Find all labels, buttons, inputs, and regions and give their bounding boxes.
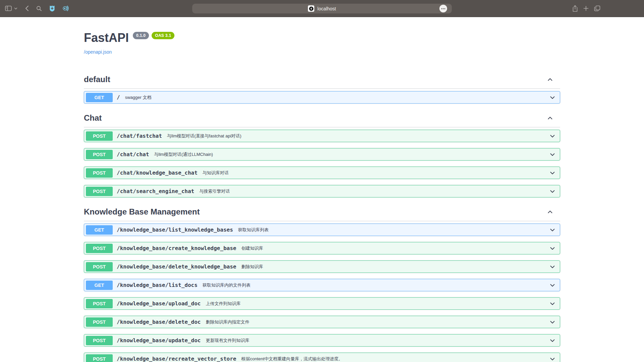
browser-toolbar: localhost [0,0,644,17]
endpoint-description: 与知识库对话 [203,170,229,176]
endpoint-description: 与llm模型对话(直接与fastchat api对话) [167,133,241,139]
endpoint-description: 删除知识库内指定文件 [206,319,249,325]
method-badge: POST [86,187,113,196]
url-text: localhost [317,6,336,11]
method-badge: POST [86,168,113,178]
endpoint-path: /knowledge_base/update_doc [117,337,201,344]
section-title: Knowledge Base Management [84,207,200,217]
share-icon[interactable] [572,5,578,12]
endpoint-row[interactable]: POST /knowledge_base/delete_knowledge_ba… [84,260,560,273]
endpoint-description: swagger 文档 [125,95,152,101]
endpoint-row[interactable]: POST /knowledge_base/update_doc 更新现有文件到知… [84,334,560,347]
endpoint-row[interactable]: POST /knowledge_base/upload_doc 上传文件到知识库 [84,297,560,310]
method-badge: POST [86,150,113,159]
endpoint-path: /knowledge_base/delete_doc [117,319,201,325]
endpoint-expand-chevron-down-icon[interactable] [549,94,556,101]
section-collapse-chevron-up-icon[interactable] [547,208,553,215]
endpoint-row[interactable]: POST /knowledge_base/create_knowledge_ba… [84,242,560,254]
endpoint-description: 删除知识库 [241,264,263,270]
endpoint-path: /chat/fastchat [117,133,162,139]
endpoint-row[interactable]: POST /chat/search_engine_chat 与搜索引擎对话 [84,185,560,197]
section-title: Chat [84,113,102,123]
endpoint-description: 获取知识库内的文件列表 [203,282,251,288]
endpoint-row[interactable]: GET /knowledge_base/list_knowledge_bases… [84,224,560,236]
section-title: default [84,74,110,84]
endpoint-expand-chevron-down-icon[interactable] [549,263,556,270]
endpoint-description: 与llm模型对话(通过LLMChain) [154,152,213,158]
endpoint-path: / [117,94,120,101]
openapi-spec-link[interactable]: /openapi.json [84,49,112,55]
address-bar[interactable]: localhost [192,4,452,13]
site-favicon-lightning-icon [308,5,314,12]
endpoint-path: /chat/chat [117,151,149,158]
endpoint-path: /knowledge_base/delete_knowledge_base [117,263,236,270]
endpoint-expand-chevron-down-icon[interactable] [549,188,556,195]
back-icon[interactable] [25,5,29,11]
method-badge: POST [86,317,113,327]
endpoint-row[interactable]: POST /chat/knowledge_base_chat 与知识库对话 [84,167,560,179]
version-badge: 0.1.0 [133,32,149,39]
endpoint-row[interactable]: POST /chat/chat 与llm模型对话(通过LLMChain) [84,148,560,161]
endpoint-expand-chevron-down-icon[interactable] [549,337,556,344]
endpoint-description: 根据content中文档重建向量库，流式输出处理进度。 [241,356,343,362]
endpoint-description: 上传文件到知识库 [206,301,240,307]
endpoint-expand-chevron-down-icon[interactable] [549,300,556,307]
endpoint-row[interactable]: GET /knowledge_base/list_docs 获取知识库内的文件列… [84,279,560,291]
method-badge: POST [86,299,113,308]
search-icon[interactable] [36,6,42,11]
endpoint-expand-chevron-down-icon[interactable] [549,282,556,289]
method-badge: POST [86,131,113,141]
method-badge: POST [86,244,113,253]
endpoint-row[interactable]: GET / swagger 文档 [84,91,560,104]
endpoint-path: /chat/knowledge_base_chat [117,170,198,176]
endpoint-expand-chevron-down-icon[interactable] [549,227,556,233]
endpoint-path: /knowledge_base/create_knowledge_base [117,245,236,251]
method-badge: GET [86,225,113,235]
extension-rings-icon[interactable] [62,5,69,12]
method-badge: POST [86,354,113,362]
endpoint-expand-chevron-down-icon[interactable] [549,133,556,139]
api-sections: default GET / swagger 文档 Chat POST /chat… [84,74,560,362]
method-badge: GET [86,281,113,290]
method-badge: POST [86,262,113,272]
endpoint-path: /knowledge_base/upload_doc [117,300,201,307]
endpoint-description: 创建知识库 [241,245,263,251]
endpoint-path: /knowledge_base/recreate_vector_store [117,356,236,362]
endpoint-expand-chevron-down-icon[interactable] [549,170,556,176]
method-badge: GET [86,93,113,102]
endpoint-description: 更新现有文件到知识库 [206,338,249,344]
api-info: FastAPI 0.1.0 OAS 3.1 /openapi.json [84,17,560,65]
sidebar-toggle-icon[interactable] [5,5,12,12]
oas-badge: OAS 3.1 [152,32,174,39]
tab-overview-icon[interactable] [594,5,600,11]
endpoint-row[interactable]: POST /knowledge_base/delete_doc 删除知识库内指定… [84,316,560,328]
endpoint-path: /chat/search_engine_chat [117,188,194,194]
endpoint-expand-chevron-down-icon[interactable] [549,356,556,362]
extension-shield-icon[interactable] [49,5,55,12]
endpoint-expand-chevron-down-icon[interactable] [549,151,556,158]
method-badge: POST [86,336,113,345]
page-menu-ellipsis-icon[interactable] [439,5,447,12]
endpoint-path: /knowledge_base/list_knowledge_bases [117,227,233,233]
new-tab-icon[interactable] [583,6,589,11]
section-collapse-chevron-up-icon[interactable] [547,115,553,121]
endpoint-expand-chevron-down-icon[interactable] [549,319,556,325]
api-tag-section: default GET / swagger 文档 [84,74,560,104]
api-tag-section: Chat POST /chat/fastchat 与llm模型对话(直接与fas… [84,113,560,197]
sidebar-chevron-down-icon[interactable] [14,7,17,10]
section-header[interactable]: Chat [84,113,560,127]
endpoint-description: 与搜索引擎对话 [199,188,230,194]
swagger-page: FastAPI 0.1.0 OAS 3.1 /openapi.json defa… [0,17,644,362]
page-title: FastAPI [84,31,129,45]
endpoint-path: /knowledge_base/list_docs [117,282,198,288]
endpoint-row[interactable]: POST /chat/fastchat 与llm模型对话(直接与fastchat… [84,130,560,142]
endpoint-expand-chevron-down-icon[interactable] [549,245,556,252]
section-header[interactable]: Knowledge Base Management [84,207,560,221]
section-collapse-chevron-up-icon[interactable] [547,76,553,83]
section-header[interactable]: default [84,74,560,89]
api-tag-section: Knowledge Base Management GET /knowledge… [84,207,560,362]
endpoint-description: 获取知识库列表 [238,227,269,233]
endpoint-row[interactable]: POST /knowledge_base/recreate_vector_sto… [84,353,560,362]
